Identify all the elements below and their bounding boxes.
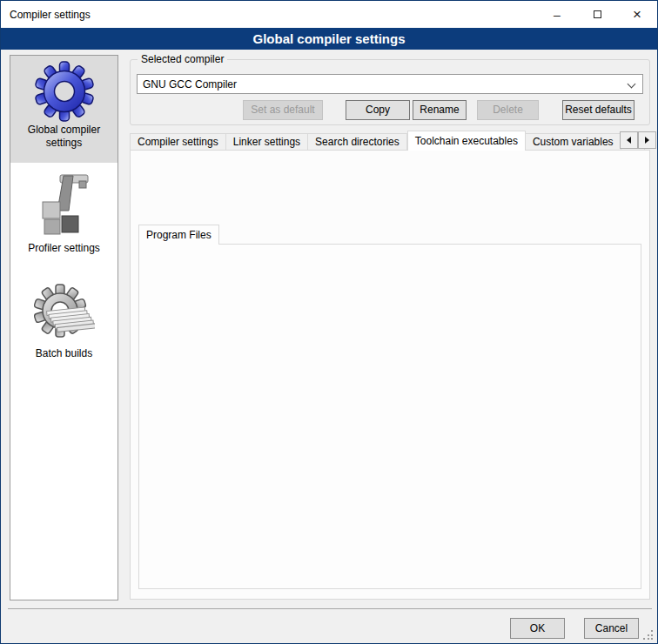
- copy-button[interactable]: Copy: [346, 100, 410, 120]
- sidebar-item-label: Profiler settings: [10, 242, 118, 260]
- maximize-button[interactable]: [577, 1, 617, 28]
- tab-program-files[interactable]: Program Files: [138, 225, 219, 245]
- selected-compiler-group-label: Selected compiler: [138, 53, 227, 65]
- minimize-button[interactable]: –: [537, 1, 577, 28]
- close-icon: ×: [633, 6, 641, 23]
- page-title: Global compiler settings: [1, 28, 657, 50]
- program-files-page: [138, 244, 641, 589]
- selected-compiler-dropdown[interactable]: GNU GCC Compiler: [137, 74, 643, 94]
- cancel-button[interactable]: Cancel: [584, 618, 639, 639]
- tab-custom-variables[interactable]: Custom variables: [526, 133, 621, 151]
- window-title: Compiler settings: [1, 9, 91, 21]
- compiler-settings-dialog: Compiler settings – × Global compiler se…: [0, 0, 658, 644]
- resize-grip[interactable]: [643, 630, 653, 640]
- tab-compiler-settings[interactable]: Compiler settings: [130, 133, 226, 151]
- reset-defaults-button[interactable]: Reset defaults: [562, 100, 634, 120]
- sidebar-item-profiler-settings[interactable]: Profiler settings: [10, 167, 118, 263]
- sidebar-item-global-compiler-settings[interactable]: Global compiler settings: [10, 56, 118, 163]
- tab-scroll-right-button[interactable]: [638, 131, 656, 149]
- compiler-settings-tabstrip: Compiler settings Linker settings Search…: [130, 131, 650, 151]
- footer-divider: [8, 608, 652, 609]
- blue-gear-icon: [10, 61, 118, 122]
- tab-toolchain-executables[interactable]: Toolchain executables: [407, 131, 526, 151]
- maximize-icon: [594, 10, 601, 18]
- settings-category-list: Global compiler settings Profiler settin…: [10, 55, 118, 600]
- delete-button[interactable]: Delete: [477, 100, 539, 120]
- close-button[interactable]: ×: [617, 1, 657, 28]
- sidebar-item-label: Global compiler settings: [10, 124, 118, 155]
- caliper-cubes-icon: [10, 172, 118, 240]
- tab-linker-settings[interactable]: Linker settings: [226, 133, 308, 151]
- selected-compiler-value: GNU GCC Compiler: [143, 78, 237, 91]
- arrow-left-icon: [627, 137, 631, 144]
- gray-gear-stack-icon: [10, 283, 118, 345]
- tab-scroll-left-button[interactable]: [620, 131, 638, 149]
- set-as-default-button[interactable]: Set as default: [243, 100, 323, 120]
- tab-search-directories[interactable]: Search directories: [308, 133, 407, 151]
- ok-button[interactable]: OK: [510, 618, 565, 639]
- chevron-down-icon: [628, 80, 636, 89]
- minimize-icon: –: [554, 8, 561, 22]
- arrow-right-icon: [645, 137, 649, 144]
- sidebar-item-label: Batch builds: [10, 347, 118, 366]
- sidebar-item-batch-builds[interactable]: Batch builds: [10, 278, 118, 365]
- rename-button[interactable]: Rename: [413, 100, 467, 120]
